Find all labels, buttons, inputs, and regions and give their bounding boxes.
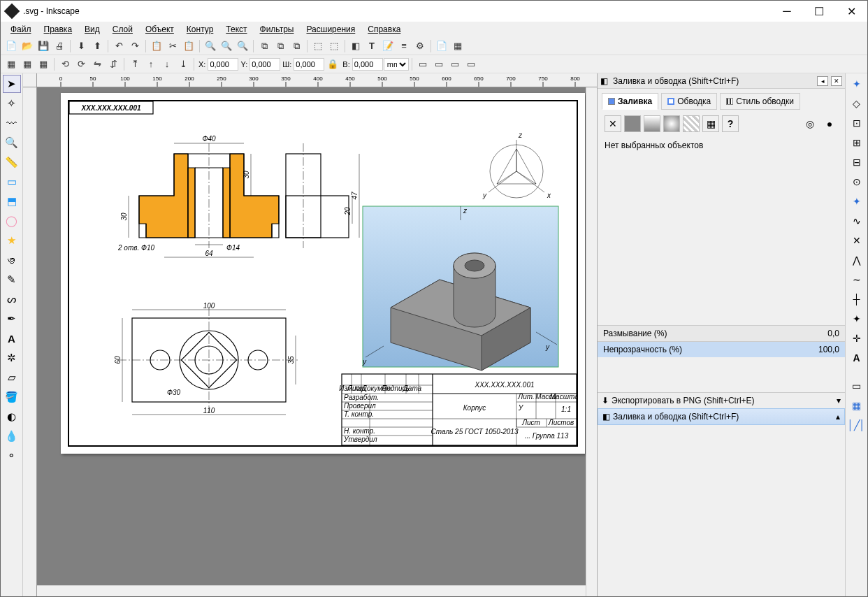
text-dialog-button[interactable]: T [364, 38, 379, 54]
zoom-drawing-button[interactable]: 🔍 [219, 38, 234, 54]
text-tool[interactable]: A [3, 329, 21, 347]
lock-aspect-button[interactable]: 🔒 [325, 57, 340, 72]
fill-rule-nonzero-button[interactable]: ● [821, 115, 838, 132]
snap-object-center-button[interactable]: ✦ [848, 310, 866, 328]
spray-tool[interactable]: ✲ [3, 349, 21, 367]
selector-tool[interactable]: ➤ [3, 75, 21, 93]
dropper-tool[interactable]: 💧 [3, 427, 21, 445]
select-all-layers-button[interactable]: ▦ [3, 57, 19, 72]
unit-select[interactable]: mm [384, 58, 409, 71]
star-tool[interactable]: ★ [3, 231, 21, 250]
tweak-tool[interactable]: 〰 [3, 114, 21, 132]
snap-page-border-button[interactable]: ▭ [848, 377, 866, 395]
pencil-tool[interactable]: ✎ [3, 271, 21, 289]
open-file-button[interactable]: 📂 [20, 38, 35, 54]
spiral-tool[interactable]: ౷ [3, 251, 21, 269]
panel-close-button[interactable]: ✕ [831, 76, 842, 86]
connector-tool[interactable]: ⚬ [3, 447, 21, 465]
x-input[interactable] [208, 58, 238, 71]
tab-fill[interactable]: Заливка [602, 93, 658, 110]
import-button[interactable]: ⬇ [73, 38, 89, 54]
flip-v-button[interactable]: ⇵ [106, 57, 121, 72]
flip-h-button[interactable]: ⇋ [89, 57, 105, 72]
fill-pattern-button[interactable] [683, 115, 700, 132]
rectangle-tool[interactable]: ▭ [3, 173, 21, 191]
menu-object[interactable]: Объект [140, 23, 180, 36]
raise-top-button[interactable]: ⤒ [127, 57, 143, 72]
docked-export-item[interactable]: ⬇Экспортировать в PNG (Shift+Ctrl+E)▾ [598, 392, 845, 408]
height-input[interactable] [352, 58, 383, 71]
menu-edit[interactable]: Правка [38, 23, 78, 36]
paste-button[interactable]: 📋 [181, 38, 196, 54]
fill-dialog-button[interactable]: ◧ [348, 38, 363, 54]
zoom-fit-button[interactable]: 🔍 [203, 38, 218, 54]
lower-button[interactable]: ↓ [159, 57, 175, 72]
bezier-tool[interactable]: ᔕ [3, 290, 21, 308]
affect-stroke-button[interactable]: ▭ [415, 57, 431, 72]
horizontal-scrollbar[interactable] [37, 585, 586, 596]
menu-text[interactable]: Текст [220, 23, 252, 36]
eraser-tool[interactable]: ▱ [3, 368, 21, 387]
raise-button[interactable]: ↑ [143, 57, 159, 72]
layers-button[interactable]: ▦ [450, 38, 465, 54]
menu-extensions[interactable]: Расширения [301, 23, 361, 36]
save-button[interactable]: 💾 [36, 38, 51, 54]
3dbox-tool[interactable]: ⬒ [3, 192, 21, 210]
fill-swatch-button[interactable]: ▦ [702, 115, 719, 132]
affect-gradient-button[interactable]: ▭ [447, 57, 463, 72]
width-input[interactable] [294, 58, 324, 71]
snap-text-baseline-button[interactable]: A [848, 349, 866, 367]
duplicate-button[interactable]: ⧉ [256, 38, 272, 54]
snap-bbox-corner-button[interactable]: ⊞ [848, 134, 866, 152]
fill-rule-evenodd-button[interactable]: ◎ [802, 115, 818, 132]
new-file-button[interactable]: 📄 [3, 38, 19, 54]
group-button[interactable]: ⬚ [310, 38, 326, 54]
snap-bbox-button[interactable]: ◇ [848, 94, 866, 113]
preferences-button[interactable]: ⚙ [412, 38, 428, 54]
unlink-clone-button[interactable]: ⧉ [289, 38, 304, 54]
menu-help[interactable]: Справка [362, 23, 406, 36]
close-button[interactable]: ✕ [835, 1, 867, 22]
gradient-tool[interactable]: ◐ [3, 408, 21, 426]
deselect-button[interactable]: ▦ [36, 57, 51, 72]
minimize-button[interactable]: ─ [771, 1, 803, 22]
snap-cusp-button[interactable]: ⋀ [848, 251, 866, 269]
snap-smooth-button[interactable]: ∼ [848, 271, 866, 289]
paint-bucket-tool[interactable]: 🪣 [3, 388, 21, 406]
menu-filters[interactable]: Фильтры [254, 23, 300, 36]
measure-tool[interactable]: 📏 [3, 153, 21, 171]
blur-slider-row[interactable]: Размывание (%) 0,0 [598, 325, 845, 341]
cut-button[interactable]: ✂ [165, 38, 180, 54]
export-button[interactable]: ⬆ [89, 38, 105, 54]
maximize-button[interactable]: ☐ [803, 1, 835, 22]
snap-intersection-button[interactable]: ✕ [848, 231, 866, 250]
snap-line-midpoint-button[interactable]: ┼ [848, 290, 866, 308]
calligraphy-tool[interactable]: ✒ [3, 310, 21, 328]
print-button[interactable]: 🖨 [52, 38, 67, 54]
node-tool[interactable]: ✧ [3, 94, 21, 113]
clone-button[interactable]: ⧉ [273, 38, 288, 54]
snap-enable-button[interactable]: ✦ [848, 75, 866, 93]
snap-path-button[interactable]: ∿ [848, 212, 866, 230]
docked-fill-item[interactable]: ◧Заливка и обводка (Shift+Ctrl+F)▴ [598, 408, 845, 425]
undo-button[interactable]: ↶ [111, 38, 126, 54]
snap-bbox-center-button[interactable]: ⊙ [848, 173, 866, 191]
copy-button[interactable]: 📋 [149, 38, 164, 54]
menu-view[interactable]: Вид [79, 23, 106, 36]
ruler-vertical[interactable] [23, 87, 37, 596]
select-all-button[interactable]: ▦ [20, 57, 35, 72]
fill-linear-button[interactable] [644, 115, 660, 132]
ellipse-tool[interactable]: ◯ [3, 212, 21, 230]
snap-bbox-midpoint-button[interactable]: ⊟ [848, 153, 866, 171]
snap-nodes-button[interactable]: ✦ [848, 192, 866, 210]
fill-flat-button[interactable] [624, 115, 641, 132]
opacity-slider-row[interactable]: Непрозрачность (%) 100,0 [598, 341, 845, 357]
y-input[interactable] [249, 58, 280, 71]
ungroup-button[interactable]: ⬚ [326, 38, 342, 54]
snap-grid-button[interactable]: ▦ [848, 396, 866, 415]
zoom-page-button[interactable]: 🔍 [235, 38, 250, 54]
ruler-horizontal[interactable]: 0501001502002503003504004505005506006507… [37, 73, 597, 87]
affect-corners-button[interactable]: ▭ [431, 57, 447, 72]
lower-bottom-button[interactable]: ⤓ [175, 57, 191, 72]
document-prefs-button[interactable]: 📄 [434, 38, 449, 54]
